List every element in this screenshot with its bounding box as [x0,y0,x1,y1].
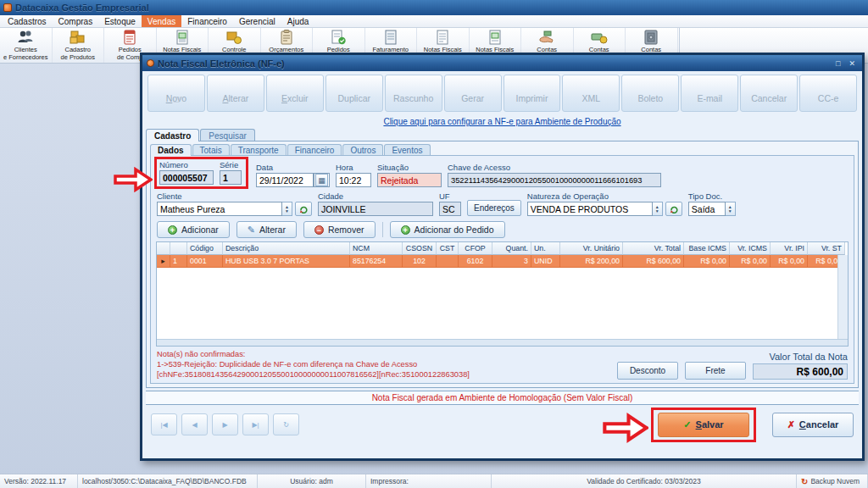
invoice-in-icon [171,29,193,46]
numero-field-group: Número 000005507 [159,160,214,185]
menu-cadastros[interactable]: Cadastros [2,15,53,27]
menu-ajuda[interactable]: Ajuda [281,15,315,27]
menu-estoque[interactable]: Estoque [98,15,142,27]
alterar-button[interactable]: Alterar [207,75,264,112]
nav-first-button[interactable]: |◀ [151,413,177,435]
xml-button[interactable]: XML [562,75,620,112]
tab-eventos[interactable]: Eventos [384,144,430,156]
toolbar-clientes-fornecedores[interactable]: Clientes e Fornecedores [0,28,53,63]
rascunho-button[interactable]: Rascunho [385,75,442,112]
hand-money-icon [536,29,558,46]
vertical-scrollbar[interactable] [837,255,848,339]
tab-cadastro[interactable]: Cadastro [146,129,199,141]
toolbar-cadastro-produtos[interactable]: Cadastro de Produtos [53,28,105,63]
cce-button[interactable]: CC-e [799,75,857,112]
item-actions-row: + Adicionar ✎ Alterar − Remover + Adici [155,219,849,241]
tab-totais[interactable]: Totais [192,144,230,156]
numero-input[interactable]: 000005507 [159,170,214,185]
dialog-titlebar: Nota Fiscal Eletrônica (NF-e) □ ✕ [142,55,862,71]
frete-button[interactable]: Frete [685,362,746,380]
nav-last-button[interactable]: ▶| [242,413,269,435]
refresh-icon [669,204,679,214]
nav-next-button[interactable]: ▶ [212,413,238,435]
duplicar-button[interactable]: Duplicar [326,75,383,112]
enderecos-button[interactable]: Endereços [467,200,521,216]
adicionar-item-button[interactable]: + Adicionar [157,221,230,238]
tab-transporte[interactable]: Transporte [231,144,287,156]
tipodoc-spinner[interactable]: ▲▼ [726,202,736,216]
purchase-doc-icon [119,29,141,46]
app-logo-icon [3,3,12,12]
adicionar-do-pedido-button[interactable]: + Adicionar do Pedido [390,221,505,238]
imprimir-button[interactable]: Imprimir [504,75,561,112]
gerar-button[interactable]: Gerar [444,75,502,112]
natureza-field-group: Natureza de Operação VENDA DE PRODUTOS ▲… [527,191,682,216]
sub-tabs: Dados Totais Transporte Financeiro Outro… [150,144,854,156]
close-icon[interactable]: ✕ [846,59,858,68]
refresh-icon [298,204,309,214]
status-certificate: Validade do Certificado: 03/03/2023 [492,474,797,488]
nav-prev-button[interactable]: ◀ [181,413,208,435]
status-bar: Versão: 2022.11.17 localhost/3050:C:\Dat… [0,474,868,488]
serie-field-group: Série 1 [220,160,242,185]
cancelar-button[interactable]: ✗ Cancelar [772,413,854,437]
nfe-dialog: Nota Fiscal Eletrônica (NF-e) □ ✕ ▢Novo … [140,53,865,461]
products-icon [67,29,89,46]
serie-input[interactable]: 1 [220,170,242,185]
natureza-spinner[interactable]: ▲▼ [653,202,663,216]
minimize-icon[interactable]: □ [833,59,843,68]
desconto-button[interactable]: Desconto [617,362,678,380]
total-label: Valor Total da Nota [769,352,848,362]
main-window-title: Datacaixa Gestão Empresarial [15,3,149,13]
cliente-combo[interactable]: Matheus Pureza [157,202,282,216]
menu-gerencial[interactable]: Gerencial [233,15,281,27]
remover-item-button[interactable]: − Remover [303,221,376,238]
form-row-2: Cliente Matheus Pureza ▲▼ Cidad [155,190,849,219]
natureza-combo[interactable]: VENDA DE PRODUTOS [527,202,653,216]
novo-form-icon: ▢ [173,95,181,103]
salvar-button[interactable]: ✓ Salvar [658,413,749,437]
nav-refresh-button[interactable]: ↻ [273,413,299,435]
menu-financeiro[interactable]: Financeiro [181,15,233,27]
status-version: Versão: 2022.11.17 [0,474,78,488]
chave-field-group: Chave de Acesso 352211143564290001205500… [448,163,661,187]
salvar-annotation-box: ✓ Salvar [651,408,756,442]
cancelar-nfe-button[interactable]: Cancelar [740,75,798,112]
status-backup[interactable]: ↻ Backup Nuvem [797,474,868,488]
cliente-lookup-button[interactable] [295,202,312,216]
add-icon: + [401,225,410,235]
dialog-toolbar: ▢Novo Alterar Excluir Duplicar Rascunho … [142,71,862,115]
clients-icon [14,29,36,46]
data-input[interactable]: 29/11/2022 [256,173,314,187]
menu-compras[interactable]: Compras [53,15,99,27]
menu-vendas[interactable]: Vendas [142,15,181,27]
numero-serie-annotation-box: Número 000005507 Série 1 [154,157,248,189]
tipodoc-field-group: Tipo Doc. Saída ▲▼ [688,191,736,216]
natureza-lookup-button[interactable] [665,202,682,216]
calendar-icon[interactable]: ▦ [315,174,328,186]
uf-field-group: UF SC [439,191,461,216]
table-row[interactable]: ▸ 1 0001 HUB USB 3.0 7 PORTAS 85176254 1… [157,255,848,268]
tipodoc-combo[interactable]: Saída [688,202,726,216]
items-table-header: Código Descrição NCM CSOSN CST CFOP Quan… [157,242,848,255]
boleto-button[interactable]: Boleto [621,75,679,112]
tab-pesquisar[interactable]: Pesquisar [200,129,254,141]
table-empty-area [157,268,848,339]
status-database: localhost/3050:C:\Datacaixa_FAQ\BD\BANCO… [78,474,258,488]
cliente-spinner[interactable]: ▲▼ [282,202,292,216]
alterar-item-button[interactable]: ✎ Alterar [236,221,297,238]
config-production-link[interactable]: Clique aqui para configurar a NF-e para … [383,117,620,126]
horizontal-scrollbar[interactable] [157,339,848,346]
excluir-button[interactable]: Excluir [266,75,324,112]
hora-input[interactable]: 10:22 [336,173,371,187]
chave-acesso-input[interactable]: 3522111435642900012055001000000001166610… [448,173,661,187]
hora-field-group: Hora 10:22 [336,163,371,187]
novo-button[interactable]: ▢Novo [147,75,205,112]
check-icon: ✓ [683,419,691,430]
email-button[interactable]: E-mail [681,75,738,112]
toolbar-separator [382,222,383,237]
money-coin-icon [588,29,610,46]
tab-financeiro[interactable]: Financeiro [287,144,342,156]
tab-dados[interactable]: Dados [150,144,192,156]
tab-outros[interactable]: Outros [342,144,383,156]
